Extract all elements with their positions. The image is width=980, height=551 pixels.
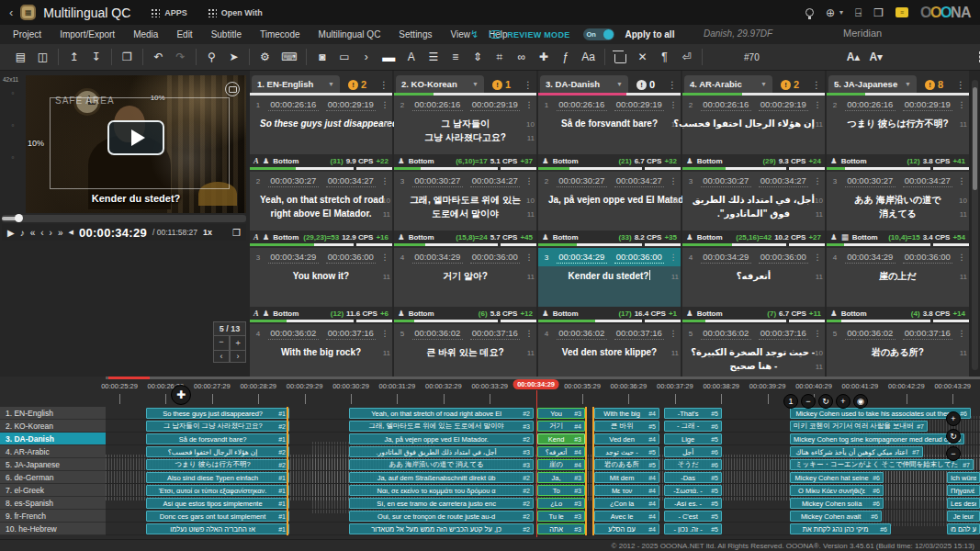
subtitle-block[interactable]: Το#3 <box>537 485 585 496</box>
tc-out[interactable]: 00:00:34:27 <box>614 175 665 187</box>
delete-subtitle-icon[interactable] <box>614 54 626 63</box>
column-menu-icon[interactable]: ⋮ <box>812 80 823 90</box>
subtitle-line[interactable]: - هنا صحيح11 <box>682 359 825 373</box>
subtitle-block[interactable]: Also sind diese Typen einfach#1 <box>146 472 289 483</box>
subtitle-block[interactable]: Så de forsvandt bare?#1 <box>146 433 289 444</box>
video-fullscreen-icon[interactable]: ❐ <box>232 228 241 238</box>
open-project-icon[interactable]: ▤ <box>15 50 27 64</box>
align-justify-icon[interactable]: ☰ <box>427 50 439 64</box>
card-text-area[interactable]: Så de forsvandt bare?11 <box>538 114 681 154</box>
card-menu-icon[interactable]: ⋮ <box>669 176 678 186</box>
seek-bar[interactable] <box>2 215 246 222</box>
track-label-2-ko-korean[interactable]: 2. KO-Korean <box>0 420 106 433</box>
page-prev-button[interactable]: ‹ <box>213 351 230 363</box>
card-text-area[interactable]: Ja, på vejen oppe ved El Matador.11 <box>538 190 681 231</box>
subtitle-block[interactable]: -Das#5 <box>664 472 722 483</box>
card-menu-icon[interactable]: ⋮ <box>669 100 678 109</box>
page-plus-button[interactable]: ＋ <box>230 336 246 351</box>
tc-toggle-icon[interactable]: ◀ <box>69 229 73 236</box>
subtitle-block[interactable]: Je leur <box>947 511 980 522</box>
card-text-area[interactable]: 岩のある所?11 <box>827 343 969 377</box>
page-next-button[interactable]: › <box>230 351 246 363</box>
subtitle-block[interactable]: Ja,#3 <box>537 472 585 483</box>
tc-out[interactable]: 00:00:29:19 <box>326 99 377 111</box>
remove-format-icon[interactable]: ▭ <box>338 50 350 64</box>
card-text-area[interactable]: أجل، في امتداد ذلك الطريق10فوق "الماتادو… <box>682 190 825 231</box>
subtitle-block[interactable]: 岩のある所#5 <box>594 459 659 470</box>
column-language-select[interactable]: 4. AR-Arabic▼ <box>684 75 772 93</box>
tc-out[interactable]: 00:00:37:16 <box>903 328 953 340</box>
subtitle-block[interactable]: -Así es. -#5 <box>664 498 722 509</box>
subtitle-block[interactable]: -That's#5 <box>664 408 722 419</box>
tc-in[interactable]: 00:00:30:27 <box>701 175 751 187</box>
card-menu-icon[interactable]: ⋮ <box>813 329 822 338</box>
tc-out[interactable]: 00:00:34:27 <box>326 175 377 187</box>
open-with-button[interactable]: Open With <box>208 8 263 17</box>
card-text-area[interactable]: Kender du stedet?11 <box>538 266 681 307</box>
tc-in[interactable]: 00:00:30:27 <box>412 175 463 187</box>
card-menu-icon[interactable]: ⋮ <box>813 253 822 262</box>
subtitle-line[interactable]: Så de forsvandt bare?11 <box>538 117 681 130</box>
subtitle-line[interactable]: - حيث توجد الصخرة الكبيرة؟10 <box>682 345 825 359</box>
subtitle-block[interactable]: そうだ#6 <box>664 459 722 470</box>
settings-icon[interactable]: ⚙ <box>259 50 271 64</box>
card-text-area[interactable]: You know it?11 <box>250 266 392 307</box>
search-icon[interactable]: ⚲ <box>206 50 218 64</box>
card-text-area[interactable]: With the big rock?11 <box>250 343 392 377</box>
subtitle-block[interactable]: - C'est#5 <box>664 511 722 522</box>
subtitle-block[interactable]: Mickey Cohen solía#6 <box>790 498 884 509</box>
card-text-area[interactable]: 거기 알아?11 <box>394 266 536 307</box>
sign-out-icon[interactable]: ⍈ <box>855 6 862 19</box>
subtitle-block[interactable]: Ich wünsc <box>947 472 980 483</box>
card-menu-icon[interactable]: ⋮ <box>669 329 678 338</box>
play-button[interactable]: ▶ <box>7 228 15 238</box>
subtitle-card[interactable]: 500:00:36:0200:00:37:16⋮- حيث توجد الصخر… <box>682 324 825 377</box>
tc-in[interactable]: 00:00:30:27 <box>845 175 896 187</box>
subtitle-block[interactable]: -Σωστά. -#5 <box>664 485 722 496</box>
subtitle-block[interactable]: 거기#4 <box>537 421 585 432</box>
subtitle-line[interactable]: Ja, på vejen oppe ved El Matador.11 <box>538 193 681 207</box>
subtitle-card[interactable]: 400:00:36:0200:00:37:16⋮With the big roc… <box>250 324 392 377</box>
subtitle-line[interactable]: So these guys just disappeared?11 <box>250 117 392 130</box>
subtitle-block[interactable]: Sí, en ese tramo de carretera justo enc#… <box>349 498 534 509</box>
tc-in[interactable]: 00:00:30:27 <box>268 175 319 187</box>
tc-in[interactable]: 00:00:34:29 <box>701 252 751 264</box>
subtitle-block[interactable]: אז החבר'ה האלה פשוט נעלמו#1 <box>146 523 289 534</box>
subtitle-block[interactable]: Mickey Cohen hat seine#6 <box>790 472 884 483</box>
card-menu-icon[interactable]: ⋮ <box>380 100 389 109</box>
subtitle-card[interactable]: 200:00:30:2700:00:34:27⋮Yeah, on that st… <box>250 172 392 246</box>
subtitle-background-icon[interactable]: ▬ <box>382 50 395 64</box>
column-menu-icon[interactable]: ⋮ <box>956 80 967 90</box>
undo-icon[interactable]: ↶ <box>152 50 164 64</box>
subtitle-block[interactable]: - حيث توجد#5 <box>594 446 659 457</box>
subtitle-block[interactable]: Mickey Cohen tog sine kompagnoner med de… <box>790 433 964 444</box>
subtitle-block[interactable]: Donc ces gars ont tout simplement#1 <box>146 511 289 522</box>
subtitle-block[interactable]: Mickey Cohen avait#6 <box>790 511 882 522</box>
subtitle-line[interactable]: With the big rock?11 <box>250 345 392 359</box>
menu-timecode[interactable]: Timecode <box>251 29 310 39</box>
subtitle-line[interactable]: 그래, 엘마타도르 위에 있는10 <box>394 193 536 207</box>
tc-in[interactable]: 00:00:26:16 <box>701 99 751 111</box>
vertical-position-icon[interactable]: ⇕ <box>471 50 483 64</box>
tc-in[interactable]: 00:00:30:27 <box>557 175 607 187</box>
subtitle-line[interactable]: 거기 알아?11 <box>394 269 536 283</box>
card-menu-icon[interactable]: ⋮ <box>524 176 534 186</box>
volume-icon[interactable]: ♪ <box>20 228 25 238</box>
subtitle-block[interactable]: ああ 海岸沿いの道で 消えてる#3 <box>349 459 534 470</box>
subtitle-line[interactable]: つまり 彼らは行方不明?11 <box>827 117 969 130</box>
keyboard-shortcuts-icon[interactable]: ⌨ <box>281 50 297 64</box>
tc-out[interactable]: 00:00:37:16 <box>470 328 521 340</box>
column-menu-icon[interactable]: ⋮ <box>668 80 679 90</box>
redo-icon[interactable]: ↷ <box>175 50 186 64</box>
subtitle-card[interactable]: 300:00:30:2700:00:34:27⋮أجل، في امتداد ذ… <box>682 172 825 246</box>
feedback-chat-icon[interactable]: ≡ <box>896 7 908 17</box>
subtitle-block[interactable]: Lige#5 <box>664 433 722 444</box>
track-label-4-ar-arabic[interactable]: 4. AR-Arabic <box>0 445 106 458</box>
subtitle-line[interactable]: 도로에서 말이야11 <box>394 207 536 220</box>
subtitle-line[interactable]: 그 남자들이10 <box>394 117 536 130</box>
menu-media[interactable]: Media <box>124 29 167 39</box>
subtitle-card[interactable]: 200:00:26:1600:00:29:19⋮つまり 彼らは行方不明?11♟B… <box>827 96 969 170</box>
char-width-icon[interactable]: ⌗ <box>493 50 505 64</box>
tc-in[interactable]: 00:00:26:16 <box>412 99 463 111</box>
tc-in[interactable]: 00:00:34:29 <box>412 252 463 264</box>
